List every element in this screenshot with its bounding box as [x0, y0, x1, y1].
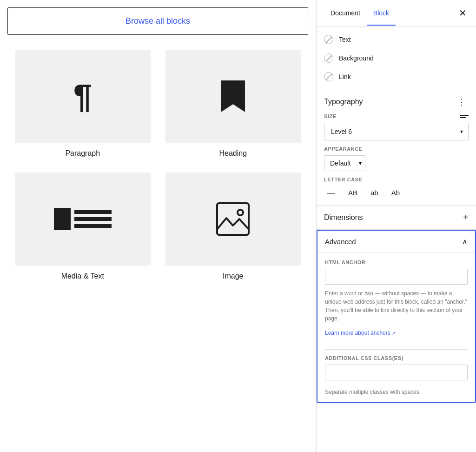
advanced-body: HTML ANCHOR Enter a word or two — withou…: [317, 253, 475, 402]
text-line-2: [74, 217, 112, 221]
html-anchor-label: HTML ANCHOR: [325, 259, 468, 265]
css-class-help-text: Separate multiple classes with spaces.: [325, 389, 468, 395]
letter-case-row: — AB ab Ab: [324, 186, 469, 199]
typography-title: Typography: [324, 98, 363, 106]
bg-color-swatch: [324, 53, 333, 63]
advanced-title: Advanced: [325, 238, 356, 246]
html-anchor-input[interactable]: [325, 269, 468, 285]
heading-icon-wrapper: [165, 50, 301, 143]
advanced-section: Advanced ∧ HTML ANCHOR Enter a word or t…: [317, 230, 476, 403]
text-line-3: [74, 224, 112, 228]
image-icon: [215, 201, 251, 237]
letter-case-none-button[interactable]: —: [324, 186, 338, 199]
size-controls-icon[interactable]: [460, 115, 469, 118]
dimensions-add-button[interactable]: +: [463, 212, 469, 223]
html-anchor-help-text: Enter a word or two — without spaces — t…: [325, 289, 468, 323]
external-link-icon: ↗: [392, 331, 396, 336]
appearance-select-wrapper: Default Bold Italic ▾: [324, 155, 365, 171]
link-color-swatch: [324, 72, 333, 81]
typography-section: Typography ⋮ SIZE Level 1 Level 2 Level …: [317, 90, 476, 206]
text-line-1: [74, 210, 112, 214]
svg-point-1: [238, 210, 243, 215]
paragraph-icon-wrapper: ¶: [15, 50, 151, 143]
link-color-label: Link: [339, 73, 351, 80]
size-select-wrapper: Level 1 Level 2 Level 3 Level 4 Level 5 …: [324, 123, 469, 140]
appearance-select[interactable]: Default Bold Italic: [324, 155, 365, 171]
block-library-panel: Browse all blocks ¶ Paragraph Heading: [0, 0, 316, 452]
tab-document[interactable]: Document: [324, 7, 367, 20]
letter-case-label: LETTER CASE: [324, 177, 469, 182]
media-text-icon: [54, 208, 112, 230]
css-class-input[interactable]: [325, 365, 468, 380]
paragraph-label: Paragraph: [65, 149, 100, 158]
letter-case-capitalize-button[interactable]: Ab: [389, 187, 403, 199]
browse-all-button[interactable]: Browse all blocks: [7, 7, 308, 35]
block-item-paragraph[interactable]: ¶ Paragraph: [7, 42, 158, 165]
letter-case-upper-button[interactable]: AB: [345, 187, 360, 199]
media-rect: [54, 208, 71, 230]
text-color-label: Text: [339, 36, 351, 43]
dimensions-header: Dimensions +: [324, 212, 469, 223]
text-color-swatch: [324, 35, 333, 44]
size-label: SIZE: [324, 113, 469, 119]
panel-header: Document Block ✕: [317, 0, 476, 27]
block-item-media-text[interactable]: Media & Text: [7, 165, 158, 288]
learn-more-link[interactable]: Learn more about anchors ↗: [325, 330, 396, 336]
typography-header: Typography ⋮: [324, 96, 469, 108]
typography-options-button[interactable]: ⋮: [455, 96, 469, 108]
advanced-chevron-icon: ∧: [462, 237, 468, 246]
advanced-separator: [325, 349, 468, 350]
block-item-heading[interactable]: Heading: [158, 42, 309, 165]
slider-line-1: [460, 115, 469, 116]
letter-case-lower-button[interactable]: ab: [368, 187, 381, 199]
block-item-image[interactable]: Image: [158, 165, 309, 288]
paragraph-icon: ¶: [73, 80, 92, 113]
svg-rect-0: [217, 203, 249, 235]
color-row-link[interactable]: Link: [317, 67, 476, 86]
settings-panel: Document Block ✕ Text Background Link Ty…: [316, 0, 476, 452]
heading-label: Heading: [219, 149, 247, 158]
media-text-label: Media & Text: [61, 272, 104, 280]
image-icon-wrapper: [165, 173, 301, 266]
close-button[interactable]: ✕: [457, 6, 469, 20]
dimensions-title: Dimensions: [324, 213, 363, 222]
media-text-icon-wrapper: [15, 173, 151, 266]
tab-block[interactable]: Block: [367, 7, 396, 20]
slider-line-2: [460, 117, 466, 118]
appearance-label: APPEARANCE: [324, 146, 469, 152]
heading-icon: [221, 80, 245, 112]
color-section: Text Background Link: [317, 27, 476, 90]
css-class-label: ADDITIONAL CSS CLASS(ES): [325, 355, 468, 361]
size-select[interactable]: Level 1 Level 2 Level 3 Level 4 Level 5 …: [324, 123, 469, 140]
image-label: Image: [223, 272, 243, 280]
advanced-header[interactable]: Advanced ∧: [317, 231, 475, 253]
color-row-text[interactable]: Text: [317, 30, 476, 49]
text-lines: [74, 210, 112, 228]
color-row-background[interactable]: Background: [317, 49, 476, 67]
bg-color-label: Background: [339, 54, 374, 62]
dimensions-section: Dimensions +: [317, 206, 476, 230]
blocks-grid: ¶ Paragraph Heading: [7, 42, 308, 288]
